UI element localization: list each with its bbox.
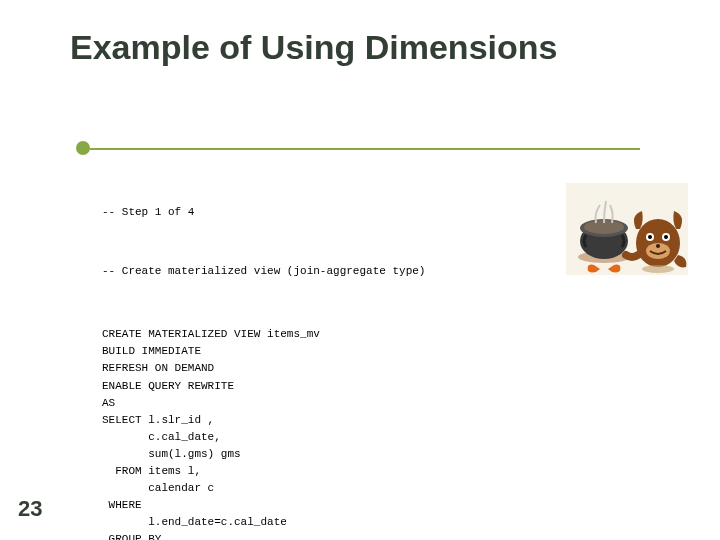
divider-line bbox=[90, 148, 640, 150]
code-comment-desc: -- Create materialized view (join-aggreg… bbox=[102, 263, 650, 280]
slide: Example of Using Dimensions bbox=[0, 0, 720, 540]
page-number: 23 bbox=[18, 496, 42, 522]
svg-point-9 bbox=[664, 235, 668, 239]
bullet-dot-icon bbox=[76, 141, 90, 155]
code-block: -- Step 1 of 4 -- Create materialized vi… bbox=[102, 170, 650, 540]
svg-point-11 bbox=[656, 244, 660, 248]
slide-title: Example of Using Dimensions bbox=[70, 28, 557, 67]
code-comment-step: -- Step 1 of 4 bbox=[102, 204, 650, 221]
code-body: CREATE MATERIALIZED VIEW items_mv BUILD … bbox=[102, 326, 650, 540]
